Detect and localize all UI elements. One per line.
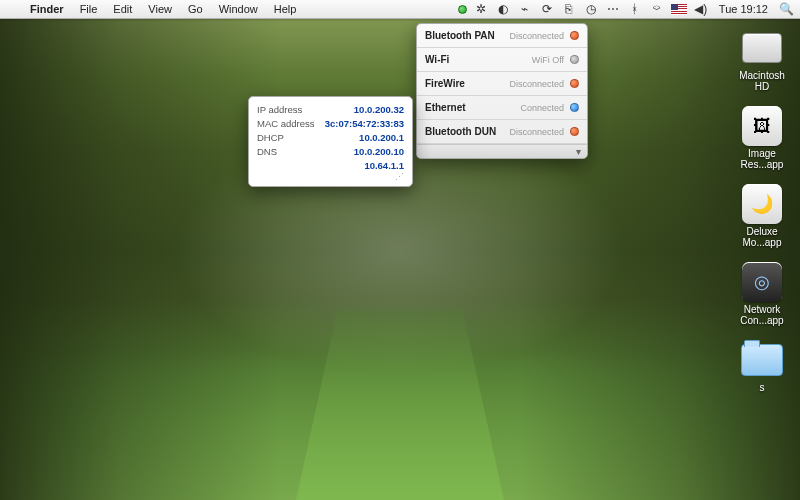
- detail-key: MAC address: [257, 118, 315, 129]
- detail-row: IP address 10.0.200.32: [257, 102, 404, 116]
- volume-icon[interactable]: ◀): [693, 1, 709, 17]
- menu-file[interactable]: File: [72, 0, 106, 19]
- status-dot-icon: [570, 79, 579, 88]
- status-dot-icon: [570, 55, 579, 64]
- desktop-icon-label: Deluxe Mo...app: [733, 226, 791, 248]
- network-name: Bluetooth PAN: [425, 30, 495, 41]
- network-row-wifi[interactable]: Wi-Fi WiFi Off: [417, 48, 587, 72]
- desktop-icon-app[interactable]: 🖼 Image Res...app: [732, 106, 792, 170]
- menubar-clock[interactable]: Tue 19:12: [715, 3, 772, 15]
- desktop-icon-folder[interactable]: s: [732, 340, 792, 393]
- detail-value: 10.0.200.10: [354, 146, 404, 157]
- network-name: Bluetooth DUN: [425, 126, 496, 137]
- folder-icon: [740, 340, 784, 380]
- menuextra-icon[interactable]: ⟳: [539, 1, 555, 17]
- detail-key: IP address: [257, 104, 302, 115]
- network-row-firewire[interactable]: FireWire Disconnected: [417, 72, 587, 96]
- spotlight-icon[interactable]: 🔍: [778, 1, 794, 17]
- detail-value: 10.0.200.32: [354, 104, 404, 115]
- hd-icon: [740, 28, 784, 68]
- detail-value: 3c:07:54:72:33:83: [325, 118, 404, 129]
- menubar-left: Finder File Edit View Go Window Help: [6, 0, 304, 19]
- network-status: Disconnected: [509, 127, 564, 137]
- desktop: Finder File Edit View Go Window Help ✲ ◐…: [0, 0, 800, 500]
- detail-row: MAC address 3c:07:54:72:33:83: [257, 116, 404, 130]
- chevron-down-icon[interactable]: ▾: [576, 146, 581, 157]
- network-name: FireWire: [425, 78, 465, 89]
- detail-row: 10.64.1.1: [257, 158, 404, 172]
- network-row-bluetooth-pan[interactable]: Bluetooth PAN Disconnected: [417, 24, 587, 48]
- detail-key: DHCP: [257, 132, 284, 143]
- network-status: WiFi Off: [532, 55, 564, 65]
- network-name: Wi-Fi: [425, 54, 449, 65]
- network-name: Ethernet: [425, 102, 466, 113]
- menuextra-icon[interactable]: ⋯: [605, 1, 621, 17]
- app-icon: ◎: [740, 262, 784, 302]
- network-status: Disconnected: [509, 31, 564, 41]
- network-row-bluetooth-dun[interactable]: Bluetooth DUN Disconnected: [417, 120, 587, 144]
- desktop-icon-label: Macintosh HD: [733, 70, 791, 92]
- desktop-icon-label: Image Res...app: [733, 148, 791, 170]
- status-dot-icon[interactable]: [458, 5, 467, 14]
- menu-window[interactable]: Window: [211, 0, 266, 19]
- menuextra-icon[interactable]: ◐: [495, 1, 511, 17]
- detail-value: 10.64.1.1: [364, 160, 404, 171]
- menuextra-icon[interactable]: ⎘: [561, 1, 577, 17]
- detail-row: DHCP 10.0.200.1: [257, 130, 404, 144]
- menuextra-icon[interactable]: ⌁: [517, 1, 533, 17]
- desktop-icon-app[interactable]: ◎ Network Con...app: [732, 262, 792, 326]
- menu-go[interactable]: Go: [180, 0, 211, 19]
- app-icon: 🖼: [740, 106, 784, 146]
- network-interfaces-panel: Bluetooth PAN Disconnected Wi-Fi WiFi Of…: [416, 23, 588, 159]
- status-dot-icon: [570, 31, 579, 40]
- app-name[interactable]: Finder: [22, 0, 72, 19]
- desktop-icon-label: s: [760, 382, 765, 393]
- status-dot-icon: [570, 127, 579, 136]
- menubar: Finder File Edit View Go Window Help ✲ ◐…: [0, 0, 800, 19]
- detail-row: DNS 10.0.200.10: [257, 144, 404, 158]
- app-icon: 🌙: [740, 184, 784, 224]
- menuextra-icon[interactable]: ✲: [473, 1, 489, 17]
- menubar-right: ✲ ◐ ⌁ ⟳ ⎘ ◷ ⋯ ᚼ ⌔ ◀) Tue 19:12 🔍: [458, 1, 794, 17]
- status-dot-icon: [570, 103, 579, 112]
- timemachine-icon[interactable]: ◷: [583, 1, 599, 17]
- network-status: Disconnected: [509, 79, 564, 89]
- menu-help[interactable]: Help: [266, 0, 305, 19]
- input-source-flag-icon[interactable]: [671, 4, 687, 15]
- bluetooth-icon[interactable]: ᚼ: [627, 1, 643, 17]
- network-status: Connected: [520, 103, 564, 113]
- desktop-icon-label: Network Con...app: [733, 304, 791, 326]
- desktop-icon-app[interactable]: 🌙 Deluxe Mo...app: [732, 184, 792, 248]
- menu-edit[interactable]: Edit: [105, 0, 140, 19]
- desktop-icons: Macintosh HD 🖼 Image Res...app 🌙 Deluxe …: [732, 28, 792, 393]
- desktop-icon-hd[interactable]: Macintosh HD: [732, 28, 792, 92]
- wifi-icon[interactable]: ⌔: [649, 1, 665, 17]
- menu-view[interactable]: View: [140, 0, 180, 19]
- panel-resize-grip-icon[interactable]: ⋰: [257, 173, 404, 181]
- network-detail-panel: IP address 10.0.200.32 MAC address 3c:07…: [248, 96, 413, 187]
- network-row-ethernet[interactable]: Ethernet Connected: [417, 96, 587, 120]
- panel-footer: ▾: [417, 144, 587, 158]
- detail-value: 10.0.200.1: [359, 132, 404, 143]
- detail-key: DNS: [257, 146, 277, 157]
